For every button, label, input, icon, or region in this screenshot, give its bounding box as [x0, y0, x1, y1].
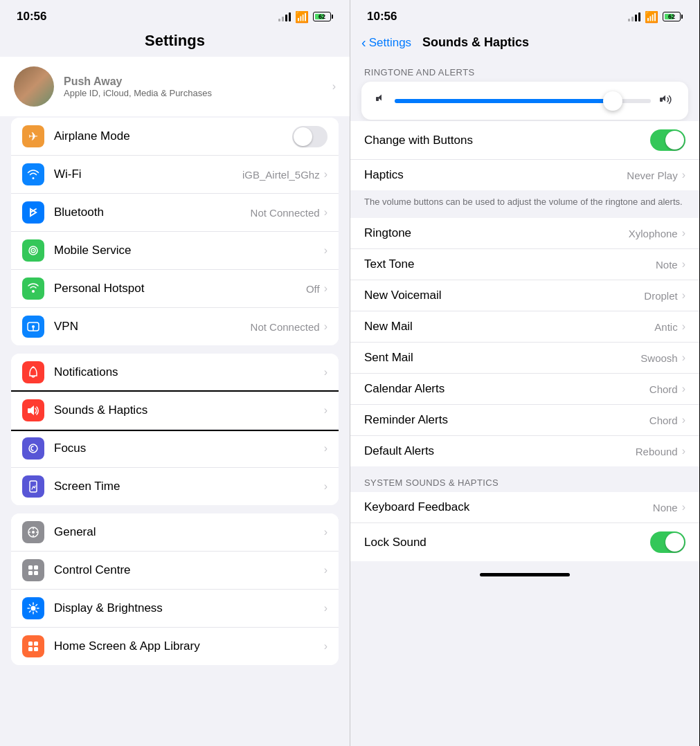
vpn-item[interactable]: VPN Not Connected › [11, 308, 339, 345]
new-mail-item[interactable]: New Mail Antic › [350, 311, 699, 343]
keyboard-feedback-label: Keyboard Feedback [364, 500, 653, 514]
time-left: 10:56 [17, 10, 46, 24]
home-bar [480, 573, 570, 576]
status-bar-right: 10:56 📶 62 [350, 0, 699, 29]
display-item[interactable]: Display & Brightness › [11, 590, 339, 628]
lock-sound-toggle[interactable] [650, 531, 685, 553]
bluetooth-value: Not Connected [251, 207, 320, 219]
svg-rect-31 [34, 647, 38, 651]
svg-line-24 [30, 605, 31, 606]
text-tone-chevron: › [682, 258, 685, 271]
screentime-chevron: › [324, 480, 327, 493]
slider-thumb[interactable] [603, 91, 622, 111]
new-voicemail-item[interactable]: New Voicemail Droplet › [350, 280, 699, 311]
svg-line-26 [36, 605, 37, 606]
hotspot-item[interactable]: Personal Hotspot Off › [11, 270, 339, 308]
calendar-alerts-chevron: › [682, 383, 685, 395]
ringtone-chevron: › [682, 227, 685, 239]
ringtone-item[interactable]: Ringtone Xylophone › [350, 218, 699, 249]
haptics-value: Never Play [627, 170, 677, 181]
home-indicator-right [350, 561, 699, 582]
volume-description: The volume buttons can be used to adjust… [350, 190, 699, 218]
ringtone-value: Xylophone [629, 228, 678, 239]
bluetooth-icon [22, 201, 44, 224]
airplane-toggle[interactable] [292, 126, 327, 147]
new-mail-value: Antic [654, 321, 677, 333]
controlcentre-item[interactable]: Control Centre › [11, 552, 339, 590]
profile-name: Push Away [64, 75, 323, 88]
general-item[interactable]: General › [11, 513, 339, 552]
sounds-haptics-item[interactable]: Sounds & Haptics › [11, 392, 339, 430]
time-right: 10:56 [367, 10, 397, 24]
keyboard-feedback-value: None [653, 502, 678, 513]
svg-point-19 [31, 606, 36, 611]
change-buttons-toggle[interactable] [650, 129, 685, 151]
homescreen-label: Home Screen & App Library [54, 639, 324, 653]
notifications-item[interactable]: Notifications › [11, 354, 339, 392]
battery-right: 62 [663, 12, 683, 21]
profile-row[interactable]: Push Away Apple ID, iCloud, Media & Purc… [0, 57, 350, 116]
focus-item[interactable]: Focus › [11, 430, 339, 468]
lock-sound-item[interactable]: Lock Sound [350, 523, 699, 561]
status-icons-right: 📶 62 [628, 10, 683, 24]
signal-icon-right [628, 12, 640, 21]
airplane-mode-item[interactable]: ✈ Airplane Mode [11, 118, 339, 156]
change-with-buttons-label: Change with Buttons [364, 134, 650, 147]
svg-rect-33 [660, 98, 663, 102]
volume-low-icon [375, 93, 386, 108]
ringtone-group1: Change with Buttons Haptics Never Play › [350, 121, 699, 190]
airplane-label: Airplane Mode [54, 129, 292, 143]
calendar-alerts-item[interactable]: Calendar Alerts Chord › [350, 374, 699, 405]
general-icon [22, 521, 44, 543]
volume-slider[interactable] [395, 99, 651, 103]
wifi-icon-left: 📶 [295, 10, 309, 24]
keyboard-feedback-chevron: › [682, 501, 685, 513]
vpn-chevron: › [324, 320, 327, 333]
new-mail-label: New Mail [364, 320, 654, 334]
back-button[interactable]: ‹ Settings [361, 35, 411, 51]
wifi-icon [22, 163, 44, 185]
default-alerts-item[interactable]: Default Alerts Rebound › [350, 436, 699, 466]
keyboard-feedback-item[interactable]: Keyboard Feedback None › [350, 492, 699, 523]
volume-row [375, 93, 674, 109]
display-icon [22, 597, 44, 619]
sounds-content: RINGTONE AND ALERTS [350, 56, 699, 733]
sounds-icon [22, 399, 44, 421]
display-label: Display & Brightness [54, 601, 324, 615]
controlcentre-icon [22, 559, 44, 581]
notifications-icon [22, 361, 44, 383]
connectivity-group: ✈ Airplane Mode Wi-Fi iGB_Airtel_5Ghz › [11, 118, 339, 345]
notifications-label: Notifications [54, 365, 324, 379]
airplane-icon: ✈ [22, 125, 44, 147]
svg-rect-32 [376, 97, 379, 101]
section-ringtone-label: RINGTONE AND ALERTS [350, 56, 699, 82]
ringtone-label: Ringtone [364, 226, 629, 240]
sounds-label: Sounds & Haptics [54, 403, 324, 417]
mobile-service-item[interactable]: Mobile Service › [11, 232, 339, 270]
sent-mail-value: Swoosh [640, 352, 677, 364]
wifi-item[interactable]: Wi-Fi iGB_Airtel_5Ghz › [11, 156, 339, 194]
hotspot-value: Off [306, 283, 320, 295]
text-tone-item[interactable]: Text Tone Note › [350, 249, 699, 280]
screentime-icon [22, 475, 44, 498]
change-with-buttons-item[interactable]: Change with Buttons [350, 121, 699, 160]
svg-rect-16 [34, 565, 38, 570]
reminder-alerts-chevron: › [682, 414, 685, 426]
default-alerts-label: Default Alerts [364, 444, 636, 458]
profile-chevron: › [332, 80, 336, 93]
svg-rect-29 [34, 642, 38, 646]
sent-mail-item[interactable]: Sent Mail Swoosh › [350, 343, 699, 374]
screentime-item[interactable]: Screen Time › [11, 468, 339, 505]
notifications-chevron: › [324, 366, 327, 379]
wifi-icon-right: 📶 [645, 10, 658, 24]
svg-rect-18 [34, 571, 38, 575]
screentime-label: Screen Time [54, 480, 324, 493]
bluetooth-item[interactable]: Bluetooth Not Connected › [11, 194, 339, 232]
reminder-alerts-item[interactable]: Reminder Alerts Chord › [350, 405, 699, 436]
homescreen-item[interactable]: Home Screen & App Library › [11, 628, 339, 665]
focus-icon [22, 437, 44, 460]
back-chevron-icon: ‹ [361, 35, 366, 51]
haptics-item[interactable]: Haptics Never Play › [350, 160, 699, 190]
sent-mail-chevron: › [682, 352, 685, 364]
homescreen-icon [22, 635, 44, 657]
